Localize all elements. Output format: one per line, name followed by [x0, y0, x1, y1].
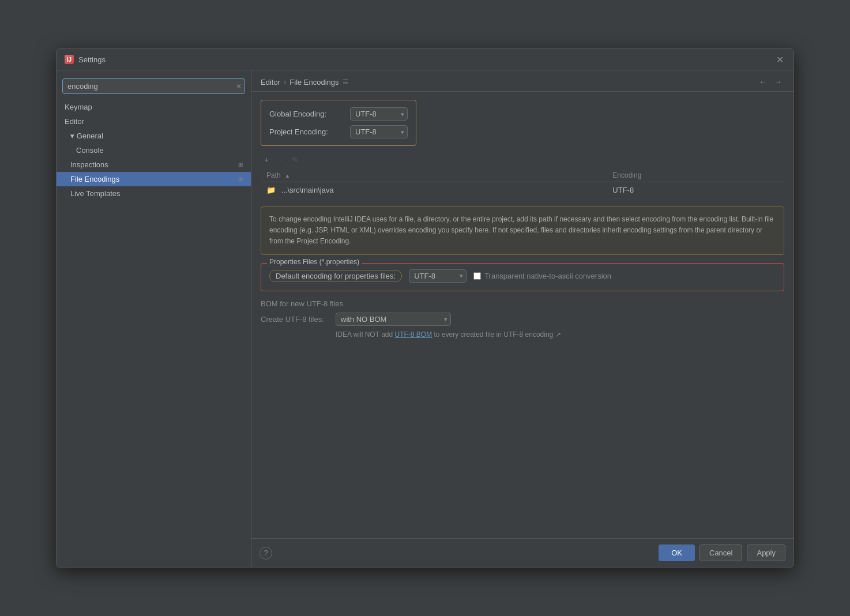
cancel-button[interactable]: Cancel	[699, 544, 742, 561]
encoding-value: UTF-8	[612, 186, 634, 194]
sidebar-item-editor[interactable]: Editor	[57, 114, 251, 129]
encoding-cell: UTF-8	[607, 182, 784, 198]
search-input[interactable]	[62, 78, 245, 94]
edit-path-button[interactable]: ✎	[288, 154, 302, 166]
sidebar-live-templates-label: Live Templates	[70, 189, 120, 198]
project-encoding-select-wrapper: UTF-8 UTF-16 ISO-8859-1	[350, 125, 408, 138]
dialog-body: ✕ Keymap Editor ▾ General Console Inspec…	[57, 70, 793, 567]
table-row[interactable]: 📁 ...\src\main\java UTF-8	[261, 182, 784, 198]
info-text: To change encoding IntelliJ IDEA uses fo…	[269, 215, 773, 245]
info-box: To change encoding IntelliJ IDEA uses fo…	[261, 206, 784, 255]
remove-path-button[interactable]: −	[274, 154, 286, 166]
search-clear-icon[interactable]: ✕	[236, 82, 242, 91]
inspections-icon: ⊞	[238, 161, 243, 168]
bottom-left: ?	[259, 547, 272, 559]
search-box: ✕	[62, 78, 245, 94]
global-encoding-row: Global Encoding: UTF-8 UTF-16 ISO-8859-1	[269, 107, 408, 121]
properties-encoding-select[interactable]: UTF-8 UTF-16 ISO-8859-1	[409, 269, 467, 283]
properties-default-label: Default encoding for properties files:	[269, 270, 402, 282]
bottom-bar: ? OK Cancel Apply	[251, 538, 793, 567]
sidebar-item-keymap[interactable]: Keymap	[57, 100, 251, 114]
sidebar-general-label: ▾ General	[70, 132, 103, 140]
forward-arrow[interactable]: →	[772, 77, 784, 87]
bom-note-prefix: IDEA will NOT add	[336, 330, 394, 339]
col-header-path[interactable]: Path ▲	[261, 169, 607, 182]
settings-dialog: IJ Settings ✕ ✕ Keymap Editor ▾ General …	[56, 48, 794, 568]
help-button[interactable]: ?	[259, 547, 272, 559]
file-encodings-icon: ⊞	[238, 176, 243, 182]
bom-note-link[interactable]: UTF-8 BOM	[394, 330, 432, 339]
nav-arrows: ← →	[757, 77, 784, 87]
add-path-button[interactable]: +	[261, 154, 272, 166]
path-cell: 📁 ...\src\main\java	[261, 182, 607, 198]
close-button[interactable]: ✕	[774, 54, 785, 65]
sidebar-item-live-templates[interactable]: Live Templates	[57, 186, 251, 201]
breadcrumb-editor: Editor	[261, 78, 280, 87]
bom-row: Create UTF-8 files: with NO BOM with BOM	[261, 313, 784, 326]
sidebar-item-console[interactable]: Console	[57, 143, 251, 157]
title-bar-left: IJ Settings	[65, 55, 106, 64]
properties-select-wrapper: UTF-8 UTF-16 ISO-8859-1	[409, 269, 467, 283]
transparent-checkbox-label[interactable]: Transparent native-to-ascii conversion	[473, 272, 611, 280]
bom-title: BOM for new UTF-8 files	[261, 299, 784, 308]
title-bar: IJ Settings ✕	[57, 49, 793, 70]
folder-icon: 📁	[266, 186, 276, 194]
project-encoding-label: Project Encoding:	[269, 127, 344, 136]
project-encoding-row: Project Encoding: UTF-8 UTF-16 ISO-8859-…	[269, 125, 408, 138]
apply-button[interactable]: Apply	[747, 544, 785, 561]
bom-select[interactable]: with NO BOM with BOM	[336, 313, 451, 326]
main-content: Editor › File Encodings ☰ ← → Global Enc…	[251, 70, 793, 567]
sidebar-item-general[interactable]: ▾ General	[57, 129, 251, 143]
global-encoding-select-wrapper: UTF-8 UTF-16 ISO-8859-1	[350, 107, 408, 121]
back-arrow[interactable]: ←	[757, 77, 769, 87]
sidebar-inspections-label: Inspections	[70, 160, 108, 169]
transparent-checkbox[interactable]	[473, 272, 481, 280]
bottom-right: OK Cancel Apply	[659, 544, 785, 561]
sidebar-keymap-label: Keymap	[65, 103, 92, 111]
sidebar-editor-label: Editor	[65, 117, 84, 126]
breadcrumb-menu-icon[interactable]: ☰	[343, 78, 348, 86]
path-value: ...\src\main\java	[281, 186, 334, 194]
encoding-group: Global Encoding: UTF-8 UTF-16 ISO-8859-1…	[261, 100, 416, 146]
path-table: Path ▲ Encoding 📁 ...\src\m	[261, 169, 784, 198]
bom-create-label: Create UTF-8 files:	[261, 315, 330, 324]
sidebar-item-inspections[interactable]: Inspections ⊞	[57, 157, 251, 172]
app-icon: IJ	[65, 55, 74, 64]
bom-note-suffix: to every created file in UTF-8 encoding …	[434, 330, 561, 339]
sidebar-file-encodings-label: File Encodings	[70, 175, 119, 183]
col-header-encoding: Encoding	[607, 169, 784, 182]
dialog-title: Settings	[78, 55, 106, 64]
sidebar-item-file-encodings[interactable]: File Encodings ⊞	[57, 172, 251, 186]
bom-note: IDEA will NOT add UTF-8 BOM to every cre…	[261, 330, 784, 339]
breadcrumb: Editor › File Encodings ☰ ← →	[251, 70, 793, 92]
breadcrumb-current: File Encodings	[289, 78, 339, 87]
bom-select-wrapper: with NO BOM with BOM	[336, 313, 451, 326]
global-encoding-select[interactable]: UTF-8 UTF-16 ISO-8859-1	[350, 107, 408, 121]
breadcrumb-separator: ›	[284, 78, 286, 87]
ok-button[interactable]: OK	[659, 544, 695, 561]
global-encoding-label: Global Encoding:	[269, 110, 344, 118]
bom-section: BOM for new UTF-8 files Create UTF-8 fil…	[261, 299, 784, 339]
properties-section: Properties Files (*.properties) Default …	[261, 263, 784, 291]
properties-row: Default encoding for properties files: U…	[269, 269, 776, 283]
content-area: Global Encoding: UTF-8 UTF-16 ISO-8859-1…	[251, 92, 793, 538]
project-encoding-select[interactable]: UTF-8 UTF-16 ISO-8859-1	[350, 125, 408, 138]
properties-legend: Properties Files (*.properties)	[267, 258, 362, 266]
sidebar-console-label: Console	[76, 146, 104, 155]
sidebar: ✕ Keymap Editor ▾ General Console Inspec…	[57, 70, 251, 567]
sort-icon: ▲	[285, 173, 290, 179]
transparent-label: Transparent native-to-ascii conversion	[484, 272, 611, 280]
path-toolbar: + − ✎	[261, 154, 784, 166]
